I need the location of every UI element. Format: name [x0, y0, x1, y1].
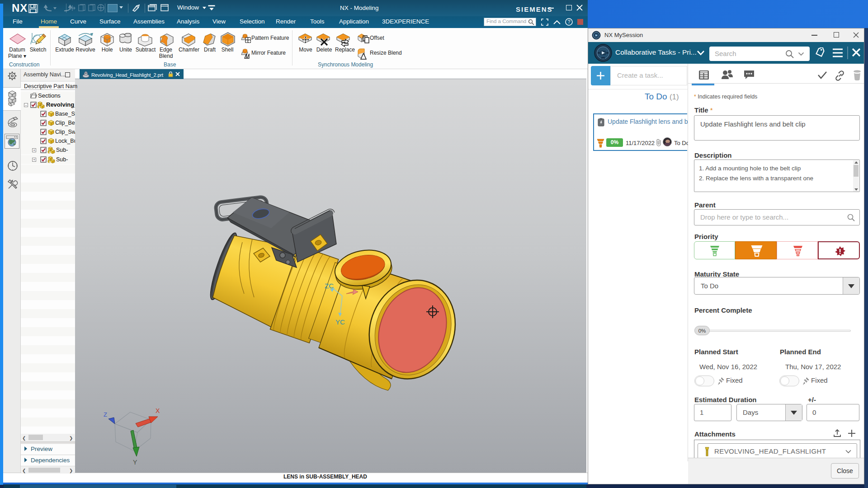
svg-text:X: X	[156, 407, 160, 414]
svg-text:?: ?	[567, 19, 570, 24]
svg-text:Z: Z	[104, 411, 107, 418]
svg-text:Y: Y	[133, 459, 137, 466]
svg-text:YC: YC	[335, 318, 345, 326]
svg-text:ZC: ZC	[325, 282, 334, 290]
